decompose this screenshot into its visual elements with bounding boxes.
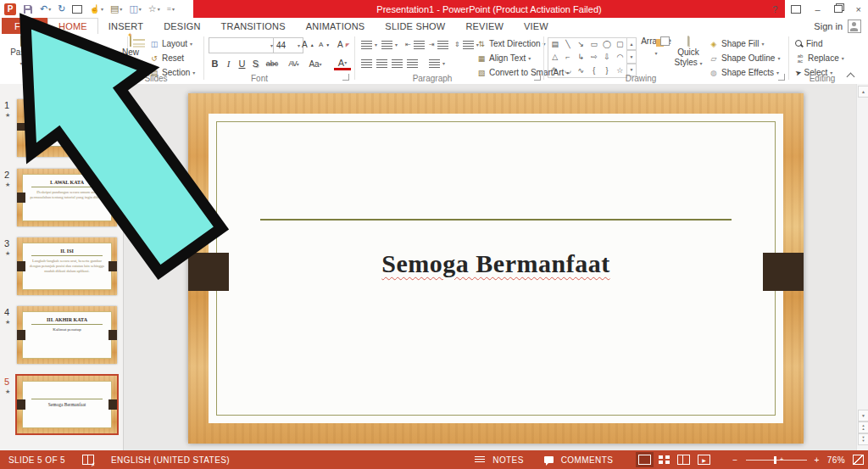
- normal-view-button[interactable]: [638, 455, 651, 465]
- touch-mode-icon[interactable]: ☝▾: [89, 5, 103, 14]
- powerpoint-logo-icon[interactable]: P: [4, 3, 16, 15]
- align-text-button[interactable]: ▦ Align Text▾: [476, 52, 531, 64]
- bold-button[interactable]: B: [209, 57, 221, 70]
- redo-button[interactable]: ↻: [58, 4, 65, 14]
- align-center-button[interactable]: [376, 57, 387, 70]
- next-slide-button[interactable]: ▼ ▼: [858, 433, 868, 445]
- scroll-down-button[interactable]: ▼: [858, 410, 868, 422]
- help-button[interactable]: ?: [772, 4, 777, 14]
- strikethrough-button[interactable]: abc: [263, 57, 281, 70]
- shape-rectangle-icon[interactable]: ▭: [590, 41, 598, 48]
- sign-in[interactable]: Sign in: [814, 20, 861, 33]
- undo-button[interactable]: ↶▾: [40, 4, 51, 14]
- tab-home[interactable]: HOME: [47, 18, 98, 34]
- shape-outline-button[interactable]: ▱ Shape Outline▾: [709, 52, 780, 64]
- find-button[interactable]: Find: [795, 37, 822, 50]
- shape-triangle-icon[interactable]: △: [552, 53, 558, 61]
- slide-thumbnail-4[interactable]: III. AKHIR KATA Kalimat penutup: [17, 306, 117, 364]
- ribbon-display-options-icon[interactable]: [791, 5, 801, 14]
- shape-fill-button[interactable]: ◈ Shape Fill▾: [709, 37, 764, 50]
- character-spacing-button[interactable]: AV▾: [285, 57, 302, 70]
- slide-indicator[interactable]: SLIDE 5 OF 5: [8, 455, 65, 465]
- picture-tool-icon[interactable]: ▤▾: [110, 4, 122, 14]
- tab-file[interactable]: FILE: [2, 18, 47, 34]
- paragraph-dialog-launcher[interactable]: [534, 74, 541, 81]
- shapes-scroll-up[interactable]: ▲: [626, 37, 637, 50]
- bullets-button[interactable]: ▾: [361, 38, 377, 51]
- decrease-font-size-button[interactable]: A▼: [319, 38, 330, 51]
- columns-button[interactable]: ▾: [429, 57, 445, 70]
- tab-animations[interactable]: ANIMATIONS: [296, 18, 376, 34]
- paste-button[interactable]: Paste ▾: [7, 36, 36, 69]
- zoom-in-button[interactable]: +: [815, 455, 820, 465]
- text-shadow-button[interactable]: S: [249, 57, 262, 70]
- customize-qat-icon[interactable]: =▾: [167, 5, 175, 13]
- italic-button[interactable]: I: [222, 57, 235, 70]
- tab-review[interactable]: REVIEW: [455, 18, 514, 34]
- text-direction-button[interactable]: ⇅ Text Direction▾: [476, 37, 546, 50]
- shape-down-arrow-icon[interactable]: ⇩: [604, 53, 610, 61]
- shape-elbow-icon[interactable]: ⌐: [565, 53, 570, 61]
- drawing-dialog-launcher[interactable]: [778, 74, 785, 81]
- numbering-button[interactable]: ▾: [381, 38, 398, 51]
- scroll-up-button[interactable]: ▲: [858, 86, 868, 98]
- replace-button[interactable]: abac Replace▾: [795, 52, 844, 64]
- align-right-button[interactable]: [392, 57, 403, 70]
- start-from-beginning-icon[interactable]: [72, 5, 82, 14]
- tab-insert[interactable]: INSERT: [98, 18, 153, 34]
- favorites-star-icon[interactable]: ☆▾: [148, 4, 160, 14]
- shape-rounded-rect-icon[interactable]: ▢: [616, 41, 624, 48]
- slide-title-text[interactable]: Semoga Bermanfaat: [188, 249, 804, 278]
- align-left-button[interactable]: [361, 57, 372, 70]
- previous-slide-button[interactable]: ▲ ▲: [858, 422, 868, 433]
- comments-toggle[interactable]: COMMENTS: [561, 455, 614, 465]
- quick-styles-button[interactable]: Quick Styles ▾: [673, 36, 704, 69]
- font-dialog-launcher[interactable]: [342, 74, 349, 81]
- slide-sorter-view-button[interactable]: [659, 455, 670, 464]
- increase-indent-button[interactable]: ⇥: [429, 38, 448, 51]
- zoom-slider-thumb[interactable]: [774, 456, 776, 464]
- slide-thumbnail-3[interactable]: II. ISI Langkah-langkah secara urut, bes…: [17, 237, 117, 295]
- font-name-combobox[interactable]: ▾: [209, 37, 276, 53]
- new-slide-button[interactable]: New Slide ▾: [114, 36, 147, 69]
- shape-right-arrow-icon[interactable]: ⇨: [591, 53, 598, 61]
- restore-button[interactable]: [834, 5, 843, 13]
- reset-button[interactable]: ↺ Reset: [149, 52, 184, 64]
- notes-icon[interactable]: [475, 456, 485, 464]
- layout-button[interactable]: ◫ Layout▾: [149, 37, 192, 50]
- change-case-button[interactable]: Aa▾: [307, 57, 324, 70]
- shape-arc-icon[interactable]: ◠: [616, 53, 623, 61]
- justify-button[interactable]: [407, 57, 418, 70]
- vertical-scrollbar[interactable]: ▲ ▼ ▲ ▲ ▼ ▼: [856, 84, 868, 450]
- font-size-combobox[interactable]: 44▾: [273, 37, 303, 53]
- tab-design[interactable]: DESIGN: [153, 18, 210, 34]
- tab-transitions[interactable]: TRANSITIONS: [211, 18, 296, 34]
- zoom-level[interactable]: 76%: [827, 455, 845, 465]
- slide-canvas[interactable]: Semoga Bermanfaat: [188, 93, 804, 444]
- shape-connector-icon[interactable]: ↳: [578, 53, 585, 61]
- zoom-out-button[interactable]: −: [732, 455, 737, 465]
- language-indicator[interactable]: ENGLISH (UNITED STATES): [111, 455, 230, 465]
- decrease-indent-button[interactable]: ⇤: [405, 38, 425, 51]
- increase-font-size-button[interactable]: A▲: [302, 38, 314, 51]
- shape-oval-icon[interactable]: ◯: [603, 41, 611, 48]
- clear-formatting-button[interactable]: A◤: [337, 38, 349, 51]
- fit-slide-to-window-icon[interactable]: [853, 455, 864, 465]
- shape-arrow-icon[interactable]: ↘: [578, 41, 585, 48]
- slide-thumbnail-1[interactable]: Urutan Menulis di Isi Tutorial: [17, 99, 117, 157]
- notes-toggle[interactable]: NOTES: [492, 455, 523, 465]
- shapes-scroll-down[interactable]: ▼: [626, 50, 637, 63]
- font-color-button[interactable]: A▾: [334, 57, 351, 70]
- comments-icon[interactable]: [544, 456, 554, 463]
- shape-line-icon[interactable]: ╲: [565, 41, 570, 48]
- layout-tool-icon[interactable]: ◫▾: [129, 4, 141, 14]
- slide-show-button[interactable]: ▶: [698, 455, 710, 465]
- minimize-button[interactable]: –: [815, 4, 820, 14]
- save-icon[interactable]: [23, 4, 33, 14]
- line-spacing-button[interactable]: ⇕▾: [454, 38, 479, 51]
- close-button[interactable]: ×: [856, 4, 861, 14]
- shapes-gallery[interactable]: ▤╲↘▭◯▢ △⌐↳⇨⇩◠ ✎◡∿{}☆: [548, 37, 627, 78]
- shape-textbox-icon[interactable]: ▤: [551, 41, 559, 48]
- reading-view-button[interactable]: [677, 455, 690, 465]
- arrange-button[interactable]: Arrange▾: [641, 36, 671, 58]
